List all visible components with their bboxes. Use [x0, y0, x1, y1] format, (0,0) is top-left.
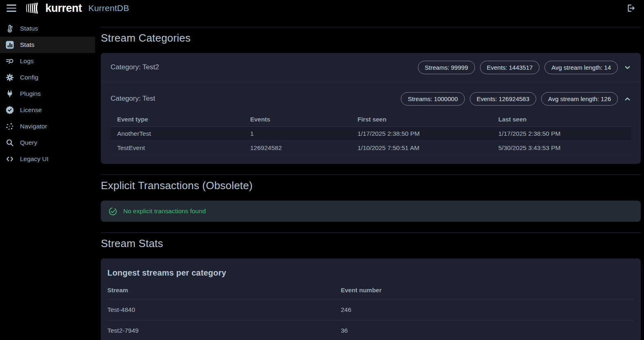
cell-event-number: 36	[341, 320, 634, 340]
kurrent-logo: kurrent	[25, 2, 82, 15]
app-title: KurrentDB	[89, 3, 129, 13]
longest-streams-table: Stream Event number Test-4840 246 Test2-…	[107, 285, 634, 340]
longest-streams-card: Longest streams per category Stream Even…	[101, 258, 641, 340]
logo-waves-icon	[25, 2, 42, 14]
cell-last-seen: 5/30/2025 3:43:53 PM	[492, 141, 631, 155]
sidebar-item-label: Logs	[20, 57, 34, 65]
thermometer-icon	[6, 24, 14, 33]
column-header-first-seen: First seen	[351, 112, 492, 127]
table-row[interactable]: Test-4840 246	[107, 300, 634, 320]
category-label: Category: Test2	[111, 63, 159, 71]
longest-streams-card-title: Longest streams per category	[107, 268, 634, 278]
logout-icon[interactable]	[625, 3, 636, 13]
column-header-last-seen: Last seen	[492, 112, 631, 127]
event-types-table: Event type Events First seen Last seen A…	[111, 112, 631, 155]
hamburger-menu-icon[interactable]	[7, 4, 16, 12]
sidebar-item-legacy-ui[interactable]: Legacy UI	[0, 151, 95, 167]
sidebar-item-query[interactable]: Query	[0, 135, 95, 151]
cell-first-seen: 1/17/2025 2:38:50 PM	[351, 127, 492, 141]
code-brackets-icon	[6, 155, 14, 163]
table-row[interactable]: TestEvent 126924582 1/10/2025 7:50:51 AM…	[111, 141, 631, 155]
avg-stream-length-badge: Avg stream length: 126	[541, 92, 618, 106]
sidebar-item-plugins[interactable]: Plugins	[0, 86, 95, 102]
stream-categories-card: Category: Test2 Streams: 99999 Events: 1…	[101, 53, 641, 164]
license-badge-icon	[6, 106, 14, 114]
navigator-dots-icon	[6, 122, 14, 130]
stream-categories-section: Stream Categories Category: Test2 Stream…	[101, 27, 641, 164]
stream-categories-title: Stream Categories	[101, 32, 641, 44]
sidebar-item-license[interactable]: License	[0, 102, 95, 118]
cell-first-seen: 1/10/2025 7:50:51 AM	[351, 141, 492, 155]
sidebar-item-label: Legacy UI	[20, 155, 49, 163]
no-transactions-message: No explicit transactions found	[123, 208, 206, 215]
bar-chart-icon	[6, 41, 14, 49]
cell-event-number: 246	[341, 300, 634, 320]
log-search-icon	[6, 57, 14, 65]
cell-events: 126924582	[244, 141, 351, 155]
chevron-down-icon	[624, 64, 631, 71]
streams-badge: Streams: 99999	[418, 61, 475, 74]
plug-icon	[6, 90, 14, 98]
sidebar-item-label: Status	[20, 25, 38, 32]
sidebar-item-label: Config	[20, 74, 38, 81]
check-circle-icon	[108, 207, 118, 216]
sidebar-item-config[interactable]: Config	[0, 69, 95, 86]
sidebar-item-label: Stats	[20, 41, 34, 49]
table-row[interactable]: AnotherTest 1 1/17/2025 2:38:50 PM 1/17/…	[111, 127, 631, 141]
main-content: Stream Categories Category: Test2 Stream…	[95, 16, 644, 340]
table-row[interactable]: Test2-7949 36	[107, 320, 634, 340]
sidebar-item-label: Plugins	[20, 90, 41, 97]
expand-category-button[interactable]	[624, 64, 631, 71]
column-header-events: Events	[244, 112, 351, 127]
gear-icon	[6, 73, 14, 82]
column-header-event-number: Event number	[341, 285, 634, 300]
sidebar-item-status[interactable]: Status	[0, 20, 95, 37]
streams-badge: Streams: 1000000	[401, 92, 465, 106]
cell-events: 1	[244, 127, 351, 141]
events-badge: Events: 1443517	[480, 61, 540, 74]
sidebar-item-label: License	[20, 106, 42, 114]
avg-stream-length-badge: Avg stream length: 14	[544, 61, 618, 74]
sidebar-item-logs[interactable]: Logs	[0, 53, 95, 69]
cell-event-type: AnotherTest	[111, 127, 244, 141]
topbar: kurrent KurrentDB	[0, 0, 644, 16]
sidebar-item-stats[interactable]: Stats	[0, 37, 95, 53]
column-header-event-type: Event type	[111, 112, 244, 127]
cell-last-seen: 1/17/2025 2:38:50 PM	[492, 127, 631, 141]
sidebar: Status Stats	[0, 16, 95, 340]
stream-stats-section: Stream Stats Longest streams per categor…	[101, 232, 641, 340]
brand-name: kurrent	[45, 2, 82, 15]
sidebar-item-navigator[interactable]: Navigator	[0, 118, 95, 135]
explicit-transactions-section: Explicit Transactions (Obsolete) No expl…	[101, 174, 641, 222]
no-transactions-message-card: No explicit transactions found	[101, 201, 641, 222]
collapse-category-button[interactable]	[624, 95, 631, 102]
category-label: Category: Test	[111, 95, 155, 103]
sidebar-item-label: Query	[20, 139, 37, 146]
chevron-up-icon	[624, 95, 631, 102]
search-icon	[6, 139, 14, 147]
events-badge: Events: 126924583	[470, 92, 536, 106]
explicit-transactions-title: Explicit Transactions (Obsolete)	[101, 179, 641, 192]
cell-stream: Test-4840	[107, 300, 341, 320]
stream-stats-title: Stream Stats	[101, 237, 641, 250]
column-header-stream: Stream	[107, 285, 341, 300]
sidebar-item-label: Navigator	[20, 123, 47, 130]
category-row-test2[interactable]: Category: Test2 Streams: 99999 Events: 1…	[101, 53, 641, 82]
cell-stream: Test2-7949	[107, 320, 341, 340]
cell-event-type: TestEvent	[111, 141, 244, 155]
category-row-test[interactable]: Category: Test Streams: 1000000 Events: …	[101, 82, 641, 110]
